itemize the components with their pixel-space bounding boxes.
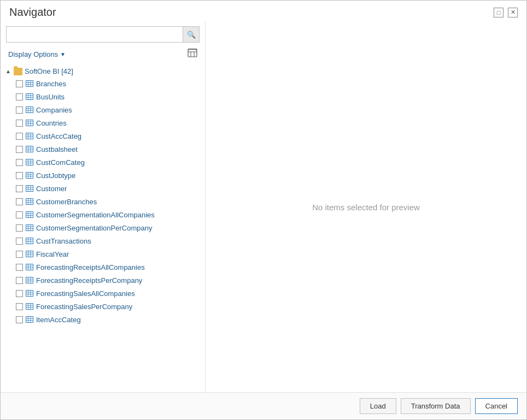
list-item[interactable]: CustTransactions — [1, 234, 205, 247]
table-icon — [25, 93, 34, 100]
svg-rect-65 — [26, 238, 33, 244]
table-icon — [25, 316, 34, 323]
item-checkbox-fiscalyear[interactable] — [16, 251, 23, 258]
table-icon — [25, 250, 34, 258]
svg-rect-20 — [26, 120, 33, 126]
list-item[interactable]: ItemAccCateg — [1, 313, 205, 326]
folder-icon — [14, 68, 22, 75]
list-item[interactable]: ForecastingReceiptsPerCompany — [1, 274, 205, 287]
svg-rect-50 — [26, 199, 33, 205]
right-panel: No items selected for preview — [206, 22, 526, 392]
list-item[interactable]: CustomerSegmentationPerCompany — [1, 221, 205, 234]
main-content: 🔍 Display Options ▼ — [1, 22, 526, 392]
load-button[interactable]: Load — [360, 398, 396, 414]
item-checkbox-forecastreceiptspercompany[interactable] — [16, 277, 23, 284]
table-icon — [25, 224, 34, 232]
list-item[interactable]: Countries — [1, 116, 205, 129]
item-checkbox-forecastsalesall[interactable] — [16, 290, 23, 297]
item-checkbox-custjobtype[interactable] — [16, 172, 23, 179]
item-checkbox-custcomcateg[interactable] — [16, 159, 23, 166]
cancel-button[interactable]: Cancel — [475, 398, 518, 414]
svg-rect-55 — [26, 212, 33, 218]
list-item[interactable]: CustomerSegmentationAllCompanies — [1, 208, 205, 221]
svg-rect-90 — [26, 304, 33, 310]
svg-rect-25 — [26, 133, 33, 139]
table-icon — [25, 185, 34, 192]
list-item[interactable]: Customer — [1, 182, 205, 195]
svg-rect-40 — [26, 173, 33, 179]
display-options-button[interactable]: Display Options ▼ — [6, 49, 68, 60]
table-icon — [25, 119, 34, 127]
list-item[interactable]: CustomerBranches — [1, 195, 205, 208]
empty-preview-label: No items selected for preview — [312, 203, 420, 212]
minimize-button[interactable]: □ — [494, 8, 503, 17]
list-item[interactable]: BusUnits — [1, 90, 205, 103]
table-icon — [25, 106, 34, 114]
table-icon — [25, 158, 34, 166]
table-icon — [25, 303, 34, 310]
table-icon — [25, 211, 34, 218]
list-item[interactable]: CustJobtype — [1, 169, 205, 182]
item-checkbox-custsegallcompanies[interactable] — [16, 211, 23, 218]
window-controls: □ ✕ — [494, 8, 518, 17]
root-item[interactable]: ▲ SoftOne BI [42] — [1, 66, 205, 77]
item-checkbox-custbalsheet[interactable] — [16, 146, 23, 153]
list-item[interactable]: Custbalsheet — [1, 143, 205, 156]
list-item[interactable]: CustComCateg — [1, 156, 205, 169]
svg-rect-45 — [26, 186, 33, 192]
preview-icon-button[interactable] — [185, 47, 200, 61]
svg-rect-15 — [26, 107, 33, 113]
item-checkbox-forecastreceiptsall[interactable] — [16, 264, 23, 271]
list-item[interactable]: ForecastingReceiptsAllCompanies — [1, 261, 205, 274]
close-button[interactable]: ✕ — [508, 8, 518, 17]
svg-rect-30 — [26, 146, 33, 152]
item-checkbox-custaccCateg[interactable] — [16, 133, 23, 140]
display-options-label: Display Options — [8, 50, 58, 58]
search-bar: 🔍 — [6, 26, 200, 43]
display-options-row: Display Options ▼ — [1, 45, 205, 63]
item-checkbox-custsegpercompany[interactable] — [16, 224, 23, 232]
transform-data-button[interactable]: Transform Data — [401, 398, 471, 414]
navigator-dialog: Navigator □ ✕ 🔍 Display Options ▼ — [0, 0, 527, 420]
item-checkbox-forecastsalespercompany[interactable] — [16, 303, 23, 310]
tree-area: ▲ SoftOne BI [42] Branches — [1, 63, 205, 392]
list-item[interactable]: Companies — [1, 103, 205, 116]
item-checkbox-custtransactions[interactable] — [16, 238, 23, 245]
item-checkbox-itemacccateg[interactable] — [16, 316, 23, 323]
svg-rect-80 — [26, 277, 33, 283]
svg-rect-60 — [26, 225, 33, 231]
table-icon — [25, 171, 34, 179]
table-icon — [25, 289, 34, 297]
svg-rect-0 — [188, 49, 197, 57]
list-item[interactable]: ForecastingSalesAllCompanies — [1, 287, 205, 300]
chevron-down-icon: ▼ — [60, 51, 66, 57]
search-button[interactable]: 🔍 — [183, 27, 199, 42]
list-item[interactable]: FiscalYear — [1, 247, 205, 261]
list-item[interactable]: ForecastingSalesPerCompany — [1, 300, 205, 313]
svg-rect-85 — [26, 291, 33, 297]
item-checkbox-companies[interactable] — [16, 107, 23, 114]
item-checkbox-busunits[interactable] — [16, 93, 23, 100]
item-checkbox-branches[interactable] — [16, 80, 23, 87]
list-item[interactable]: Branches — [1, 77, 205, 90]
table-icon — [25, 80, 34, 87]
table-icon — [25, 276, 34, 284]
footer: Load Transform Data Cancel — [1, 392, 526, 419]
dialog-title: Navigator — [9, 6, 56, 19]
item-checkbox-countries[interactable] — [16, 120, 23, 127]
item-checkbox-customer[interactable] — [16, 185, 23, 192]
item-checkbox-customerbranches[interactable] — [16, 198, 23, 205]
search-input[interactable] — [7, 28, 183, 42]
list-item[interactable]: CustAccCateg — [1, 129, 205, 143]
svg-rect-70 — [26, 251, 33, 257]
svg-rect-35 — [26, 159, 33, 165]
tree-scroll[interactable]: ▲ SoftOne BI [42] Branches — [1, 63, 205, 392]
table-icon — [25, 263, 34, 271]
title-bar: Navigator □ ✕ — [1, 1, 526, 22]
svg-rect-95 — [26, 317, 33, 323]
table-icon — [25, 132, 34, 140]
table-icon — [25, 145, 34, 153]
preview-table-icon — [188, 49, 197, 60]
root-label: SoftOne BI [42] — [25, 67, 73, 75]
table-icon — [25, 198, 34, 205]
